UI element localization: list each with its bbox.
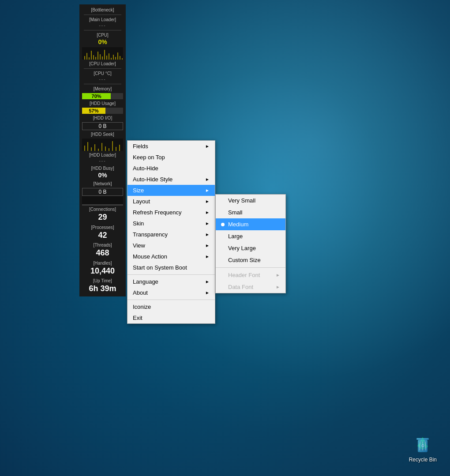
arrow-icon: ► [205,290,210,295]
recycle-bin-label: Recycle Bin [409,457,437,463]
menu-layout[interactable]: Layout ► [128,196,215,207]
cpu-loader-label: [CPU Loader] [79,60,126,67]
cpu-temp-label: [CPU °C] --- [79,70,126,83]
handles-label: [Handles] 10,440 [79,259,126,277]
main-loader-label: [Main Loader] --- [79,16,126,29]
hdd-io-label: [HDD I/O] [79,114,126,122]
threads-label: [Threads] 468 [79,241,126,259]
divider [84,84,121,84]
size-large[interactable]: Large [216,230,285,242]
menu-about[interactable]: About ► [128,287,215,298]
hdd-busy-label: [HDD Busy] 0% [79,165,126,180]
menu-fields[interactable]: Fields ► [128,141,215,152]
arrow-icon: ► [205,210,210,215]
divider [84,30,121,30]
uptime-label: [Up Time] 6h 39m [79,277,126,295]
processes-label: [Processes] 42 [79,224,126,241]
submenu-separator [216,267,285,268]
menu-mouse-action[interactable]: Mouse Action ► [128,251,215,262]
cpu-label: [CPU] 0% [79,31,126,47]
hdd-io-value: 0 B [82,122,123,130]
menu-size[interactable]: Size ► [128,185,215,196]
divider [84,15,121,15]
arrow-icon: ► [205,199,210,204]
bottleneck-label: [Bottleneck] [79,6,126,14]
arrow-icon: ► [205,177,210,182]
recycle-bin-icon: ♻ [412,434,433,455]
system-monitor-widget: [Bottleneck] [Main Loader] --- [CPU] 0% … [79,4,126,296]
size-small[interactable]: Small [216,206,285,218]
menu-exit[interactable]: Exit [128,312,215,323]
menu-keep-on-top[interactable]: Keep on Top [128,152,215,163]
menu-iconize[interactable]: Iconize [128,301,215,312]
network-chart [82,196,123,205]
arrow-icon: ► [205,279,210,284]
hdd-usage-label: [HDD Usage] [79,100,126,107]
menu-refresh-frequency[interactable]: Refresh Frequency ► [128,207,215,218]
size-medium[interactable]: Medium [216,218,285,230]
menu-separator [128,300,215,300]
svg-rect-2 [416,438,429,440]
menu-separator [128,274,215,275]
cpu-chart [82,47,123,60]
network-label: [Network] [79,180,126,187]
menu-transparency[interactable]: Transparency ► [128,229,215,240]
arrow-icon: ► [205,232,210,237]
size-very-small[interactable]: Very Small [216,195,285,206]
context-menu: Fields ► Keep on Top Auto-Hide Auto-Hide… [127,140,215,324]
size-data-font: Data Font ► [216,281,285,293]
arrow-icon: ► [205,221,210,226]
radio-dot-icon [221,223,225,226]
arrow-icon: ► [205,243,210,248]
menu-view[interactable]: View ► [128,240,215,251]
arrow-icon: ► [205,254,210,259]
recycle-bin[interactable]: ♻ Recycle Bin [409,434,437,463]
size-header-font: Header Font ► [216,269,285,281]
arrow-icon: ► [276,273,280,277]
hdd-loader-label: [HDD Loader] --- [79,151,126,165]
menu-skin[interactable]: Skin ► [128,218,215,229]
menu-language[interactable]: Language ► [128,276,215,287]
arrow-icon: ► [205,144,210,149]
hdd-seek-chart [82,139,123,151]
hdd-seek-label: [HDD Seek] [79,131,126,138]
memory-label: [Memory] [79,85,126,93]
arrow-icon: ► [276,285,280,289]
divider [84,68,121,69]
menu-auto-hide-style[interactable]: Auto-Hide Style ► [128,174,215,185]
size-very-large[interactable]: Very Large [216,242,285,254]
arrow-icon: ► [205,188,210,193]
size-custom[interactable]: Custom Size [216,254,285,266]
hdd-usage-bar: 57% [82,108,123,114]
network-value: 0 B [82,188,123,196]
connections-label: [Connections] 29 [79,206,126,223]
memory-bar: 70% [82,93,123,99]
menu-auto-hide[interactable]: Auto-Hide [128,163,215,174]
size-submenu: Very Small Small Medium Large Very Large… [215,194,286,293]
menu-start-on-boot[interactable]: Start on System Boot [128,262,215,273]
